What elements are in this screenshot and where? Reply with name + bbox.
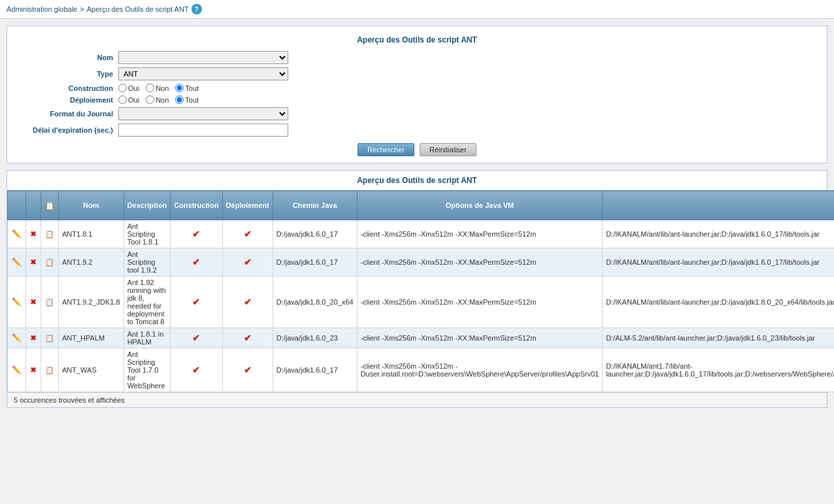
deploiement-non-radio[interactable] (146, 95, 154, 104)
construction-oui-text: Oui (128, 84, 139, 92)
delete-icon[interactable]: ✖ (30, 333, 37, 343)
deploiement-non-label[interactable]: Non (146, 95, 169, 104)
cell-description: Ant 1.8.1 in HPALM (124, 328, 171, 348)
nom-select[interactable] (118, 51, 288, 64)
deploiement-oui-label[interactable]: Oui (118, 95, 139, 104)
delete-icon[interactable]: ✖ (30, 365, 37, 375)
col-header-options-jvm: Options de Java VM (357, 191, 603, 220)
search-panel-title: Aperçu des Outils de script ANT (7, 33, 827, 51)
delete-icon[interactable]: ✖ (30, 258, 37, 267)
col-header-nom: Nom (59, 191, 124, 220)
checkmark: ✔ (244, 229, 252, 239)
cell-options-jvm: -client -Xms256m -Xmx512m -XX:MaxPermSiz… (357, 248, 603, 277)
cell-deploiement: ✔ (222, 328, 273, 348)
construction-radio-group: Oui Non Tout (118, 84, 203, 92)
format-select[interactable] (118, 107, 288, 120)
construction-oui-radio[interactable] (118, 84, 127, 92)
deploiement-tout-label[interactable]: Tout (175, 95, 199, 104)
construction-non-radio[interactable] (146, 84, 154, 92)
checkmark: ✔ (244, 333, 252, 343)
cell-chemin-classe: D:/IKANALM/ant/lib/ant-launcher.jar;D:/j… (603, 220, 834, 248)
cell-name: ANT1.8.1 (59, 220, 124, 248)
cell-deploiement: ✔ (222, 220, 273, 248)
edit-icon[interactable]: ✏️ (12, 333, 22, 343)
copy-icon[interactable]: 📋 (45, 258, 54, 267)
table-row: ✏️ ✖ 📋 ANT_HPALM Ant 1.8.1 in HPALM ✔ ✔ … (8, 328, 835, 348)
construction-non-label[interactable]: Non (146, 84, 169, 92)
search-button[interactable]: Rechercher (358, 143, 414, 156)
results-title: Aperçu des Outils de script ANT (7, 171, 827, 190)
table-row: ✏️ ✖ 📋 ANT1.9.2_JDK1.8 Ant 1.92 running … (8, 277, 835, 328)
edit-icon[interactable]: ✏️ (12, 365, 22, 375)
cell-name: ANT1.9.2_JDK1.8 (59, 277, 124, 328)
search-panel: Aperçu des Outils de script ANT Nom Type… (7, 25, 827, 163)
deploiement-oui-radio[interactable] (118, 95, 127, 104)
cell-options-jvm: -client -Xms256m -Xmx512m -XX:MaxPermSiz… (357, 328, 603, 348)
deploiement-tout-text: Tout (185, 96, 199, 104)
table-row: ✏️ ✖ 📋 ANT1.8.1 Ant Scripting Tool 1.8.1… (8, 220, 835, 248)
edit-icon[interactable]: ✏️ (12, 297, 22, 307)
label-construction: Construction (14, 84, 118, 92)
checkmark: ✔ (244, 297, 252, 307)
delete-icon[interactable]: ✖ (30, 229, 37, 239)
deploiement-oui-text: Oui (128, 96, 139, 104)
copy-icon[interactable]: 📋 (45, 230, 54, 239)
col-header-actions3: 📋 (41, 191, 59, 220)
edit-icon[interactable]: ✏️ (12, 229, 22, 239)
cell-chemin-java: D:/java/jdk1.6.0_23 (273, 328, 357, 348)
cell-construction: ✔ (171, 248, 222, 277)
cell-name: ANT1.9.2 (59, 248, 124, 277)
label-format: Format du Journal (14, 110, 118, 118)
cell-description: Ant Scripting Tool 1.7.0 for WebSphere (124, 348, 171, 392)
checkmark: ✔ (192, 365, 200, 375)
cell-options-jvm: -client -Xms256m -Xmx512m -XX:MaxPermSiz… (357, 220, 603, 248)
label-nom: Nom (14, 54, 118, 61)
checkmark: ✔ (192, 229, 200, 239)
checkmark: ✔ (244, 257, 252, 267)
col-header-actions (8, 191, 26, 220)
reset-button[interactable]: Réinitialiser (420, 143, 476, 156)
button-row: Rechercher Réinitialiser (7, 143, 827, 156)
status-bar: 5 occurences trouvées et affichées (7, 392, 827, 407)
breadcrumb-link2[interactable]: Aperçu des Outils de script ANT (87, 5, 189, 13)
breadcrumb-link1[interactable]: Administration globale (7, 5, 77, 13)
cell-deploiement: ✔ (222, 248, 273, 277)
cell-chemin-java: D:/java/jdk1.8.0_20_x64 (273, 277, 357, 328)
copy-icon[interactable]: 📋 (45, 298, 54, 307)
construction-oui-label[interactable]: Oui (118, 84, 139, 92)
results-tbody: ✏️ ✖ 📋 ANT1.8.1 Ant Scripting Tool 1.8.1… (8, 220, 835, 392)
edit-icon[interactable]: ✏️ (12, 258, 22, 267)
col-header-desc: Description (124, 191, 171, 220)
construction-tout-radio[interactable] (175, 84, 184, 92)
results-table: 📋 Nom Description Construction Déploieme… (7, 190, 834, 392)
copy-icon[interactable]: 📋 (45, 334, 54, 343)
help-icon[interactable]: ? (192, 4, 202, 14)
construction-tout-text: Tout (185, 84, 199, 92)
header-edit-icon: 📋 (44, 201, 55, 210)
type-select[interactable]: ANT Maven (118, 67, 288, 80)
delai-input[interactable] (118, 124, 288, 137)
col-header-actions2 (26, 191, 41, 220)
cell-chemin-classe: D:/IKANALM/ant/lib/ant-launcher.jar;D:/j… (603, 277, 834, 328)
construction-non-text: Non (156, 84, 169, 92)
cell-name: ANT_WAS (59, 348, 124, 392)
cell-description: Ant Scripting Tool 1.8.1 (124, 220, 171, 248)
col-header-deploiement: Déploiement (222, 191, 273, 220)
label-type: Type (14, 70, 118, 78)
delete-icon[interactable]: ✖ (30, 297, 37, 307)
checkmark: ✔ (192, 297, 200, 307)
label-deploiement: Déploiement (14, 96, 118, 104)
col-header-chemin-classe: Chemin de classe ANT (603, 191, 834, 220)
cell-chemin-java: D:/java/jdk1.6.0_17 (273, 348, 357, 392)
cell-construction: ✔ (171, 277, 222, 328)
breadcrumb: Administration globale > Aperçu des Outi… (0, 0, 834, 19)
table-row: ✏️ ✖ 📋 ANT1.9.2 Ant Scripting tool 1.9.2… (8, 248, 835, 277)
deploiement-tout-radio[interactable] (175, 95, 184, 104)
cell-chemin-classe: D:/IKANALM/ant1.7/lib/ant-launcher.jar;D… (603, 348, 834, 392)
deploiement-radio-group: Oui Non Tout (118, 95, 203, 104)
form-row-nom: Nom (7, 51, 827, 64)
copy-icon[interactable]: 📋 (45, 366, 54, 375)
col-header-chemin-java: Chemin Java (273, 191, 357, 220)
construction-tout-label[interactable]: Tout (175, 84, 199, 92)
table-header-row: 📋 Nom Description Construction Déploieme… (8, 191, 835, 220)
